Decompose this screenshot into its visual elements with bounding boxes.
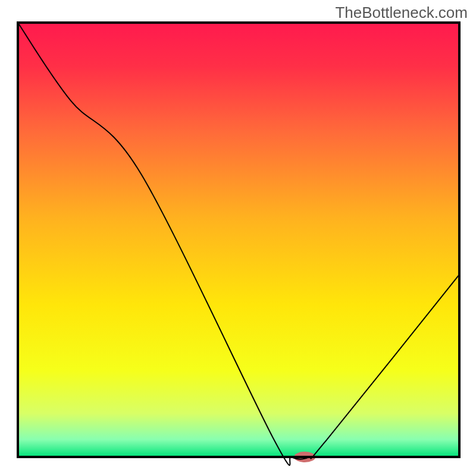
- bottleneck-chart: [0, 0, 476, 476]
- chart-frame: TheBottleneck.com: [0, 0, 476, 476]
- plot-background: [18, 23, 459, 457]
